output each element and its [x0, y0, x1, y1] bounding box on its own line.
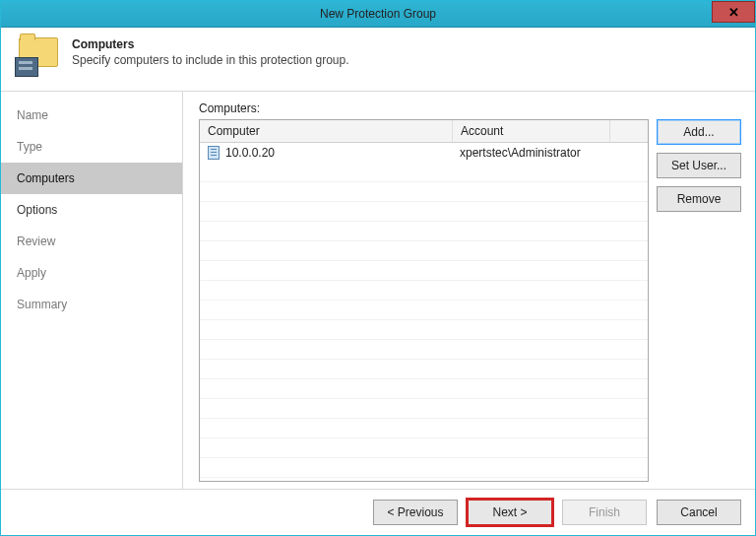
computers-label: Computers: [199, 101, 741, 115]
step-computers[interactable]: Computers [1, 163, 182, 194]
dialog-footer: < Previous Next > Finish Cancel [1, 489, 755, 535]
dialog-window: New Protection Group ✕ Computers Specify… [0, 0, 756, 536]
step-review[interactable]: Review [1, 226, 182, 257]
close-button[interactable]: ✕ [712, 1, 755, 23]
add-button[interactable]: Add... [657, 119, 741, 145]
finish-button[interactable]: Finish [562, 500, 647, 525]
col-spacer [610, 120, 648, 142]
step-apply[interactable]: Apply [1, 257, 182, 289]
close-icon: ✕ [728, 5, 739, 20]
step-name[interactable]: Name [1, 100, 182, 131]
previous-button[interactable]: < Previous [373, 500, 458, 525]
computers-icon [15, 37, 62, 77]
titlebar: New Protection Group ✕ [1, 1, 755, 28]
wizard-steps: Name Type Computers Options Review Apply… [1, 92, 183, 527]
cancel-button[interactable]: Cancel [657, 500, 741, 525]
page-subtitle: Specify computers to include in this pro… [72, 53, 348, 67]
set-user-button[interactable]: Set User... [657, 153, 741, 178]
window-title: New Protection Group [320, 7, 436, 21]
computers-grid[interactable]: Computer Account 10.0.0.20 xpertstec\Adm… [199, 119, 649, 482]
grid-actions: Add... Set User... Remove [657, 119, 741, 482]
cell-computer: 10.0.0.20 [200, 146, 452, 160]
next-button[interactable]: Next > [468, 500, 552, 525]
grid-header: Computer Account [200, 120, 648, 143]
col-computer[interactable]: Computer [200, 120, 453, 142]
grid-body[interactable]: 10.0.0.20 xpertstec\Administrator [200, 143, 648, 481]
col-account[interactable]: Account [453, 120, 610, 142]
step-summary[interactable]: Summary [1, 289, 182, 320]
page-title: Computers [72, 37, 348, 51]
computer-icon [208, 146, 220, 160]
page-header: Computers Specify computers to include i… [1, 28, 755, 92]
main-panel: Computers: Computer Account 10.0.0.20 [183, 92, 755, 527]
table-row[interactable]: 10.0.0.20 xpertstec\Administrator [200, 143, 648, 163]
step-type[interactable]: Type [1, 131, 182, 163]
step-options[interactable]: Options [1, 194, 182, 226]
cell-computer-text: 10.0.0.20 [225, 146, 275, 160]
cell-account: xpertstec\Administrator [452, 146, 648, 160]
remove-button[interactable]: Remove [657, 186, 741, 212]
